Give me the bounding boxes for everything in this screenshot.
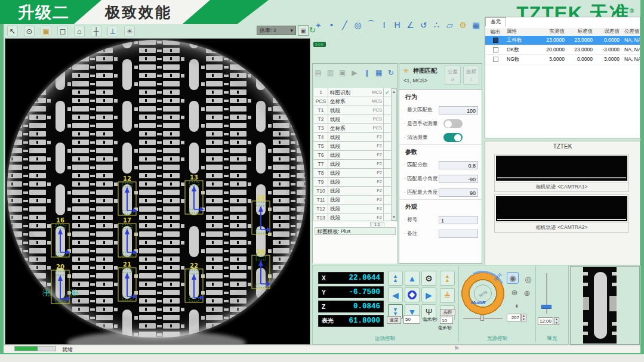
exposure-value-input[interactable]: 12.00 — [538, 317, 553, 325]
cursor-tool-icon[interactable]: ↖ — [7, 26, 18, 36]
refresh-icon[interactable]: ↻ — [387, 67, 395, 78]
report-grid-icon[interactable]: ▦ — [472, 20, 480, 30]
distance-tool-icon[interactable]: Ⅰ — [380, 20, 389, 30]
param-input[interactable]: 1 — [439, 216, 478, 224]
caliper-tool-icon[interactable]: ⊥ — [107, 26, 118, 36]
coaxial-light-icon[interactable]: ◎ — [522, 273, 534, 285]
param-input[interactable]: 100 — [439, 106, 478, 115]
magnification-dropdown[interactable]: 倍率: 2 ▾ — [257, 26, 296, 35]
step-row[interactable]: T11线段F2 — [314, 196, 391, 205]
ring-light-icon[interactable]: ◉ — [507, 272, 519, 284]
angle-tool-icon[interactable]: ∠ — [406, 20, 415, 30]
light-bulb-icon[interactable]: ☀ — [124, 26, 135, 36]
step-row[interactable]: T4线段F2 — [314, 133, 391, 142]
new-step-icon[interactable]: ▤ — [315, 67, 322, 78]
light-value-input[interactable]: 207 — [507, 314, 521, 321]
run-icon[interactable]: ▶ — [351, 67, 358, 78]
step-row[interactable]: T3坐标系PCS — [314, 124, 391, 133]
light-value-spinner[interactable]: ▲▼ — [521, 314, 526, 321]
plane-tool-icon[interactable]: ▱ — [445, 20, 454, 30]
crosshair-tool-icon[interactable]: ┼ — [91, 26, 101, 36]
status-ready-text: 就绪 — [62, 346, 73, 354]
param-input[interactable] — [439, 230, 478, 238]
results-cell: 23.0000 — [567, 45, 595, 54]
scroll-up-icon[interactable]: ▲ — [392, 89, 396, 95]
pause-icon[interactable]: ∥ — [363, 67, 370, 78]
step-cell: T12 — [314, 205, 328, 213]
step-row[interactable]: T10线段F2 — [314, 187, 391, 196]
step-cell — [383, 97, 391, 106]
scatter-tool-icon[interactable]: ∴ — [432, 20, 441, 30]
jog-up-button[interactable]: ▲ — [405, 271, 420, 286]
exposure-slider-handle[interactable] — [541, 305, 551, 309]
param-toggle[interactable] — [443, 119, 463, 128]
param-label: 标号 — [404, 216, 439, 224]
step-row[interactable]: T6线段F2 — [314, 151, 391, 160]
step-row[interactable]: T1线段PCS — [314, 106, 391, 115]
tab-primitives[interactable]: 基元 — [485, 17, 506, 26]
camera-viewport[interactable]: 121314161719202122 — [5, 38, 310, 345]
steps-scrollbar[interactable]: ▲ ▼ — [391, 88, 397, 221]
step-cell: ✓ — [383, 88, 391, 97]
speed-input[interactable]: 50 — [403, 315, 420, 324]
csys-tool-icon[interactable]: ⌖ — [314, 20, 323, 30]
gears-icon[interactable]: ⚙ — [458, 20, 467, 30]
curve-tool-icon[interactable]: ↺ — [419, 20, 428, 30]
stop-center-button[interactable] — [405, 287, 420, 302]
step-row[interactable]: 1样图识别MCS✓ — [314, 88, 391, 97]
step-row[interactable]: PCS坐标系MCS — [314, 97, 391, 106]
step-row[interactable]: T12线段F2 — [314, 205, 391, 214]
settings-gear-icon[interactable]: ⚙ — [421, 271, 436, 286]
output-checkbox[interactable] — [493, 38, 498, 43]
results-row[interactable]: 工件数23.000023.00000.0000NA, NA — [485, 36, 640, 45]
arc-tool-icon[interactable]: ⌒ — [366, 20, 375, 30]
param-toggle[interactable] — [443, 133, 463, 142]
segment-light-icon[interactable]: ⊕ — [521, 287, 533, 299]
step-row[interactable]: T7线段F2 — [314, 160, 391, 169]
step-cell — [383, 151, 391, 159]
fit-view-icon[interactable]: ◻ — [57, 26, 68, 36]
step-row[interactable]: T8线段F2 — [314, 169, 391, 178]
jog-up-fast-button[interactable]: ▲▲ — [388, 271, 403, 286]
output-checkbox[interactable] — [493, 47, 498, 52]
image-open-icon[interactable]: ▣ — [41, 26, 51, 36]
results-row[interactable]: NG数3.00000.00003.0000NA, NA — [485, 55, 640, 64]
step-cell: T8 — [314, 169, 328, 177]
jog-left-button[interactable]: ◀ — [388, 287, 403, 302]
line-tool-icon[interactable]: ╱ — [340, 20, 349, 30]
template-zoom-tab[interactable]: 1:1 — [370, 222, 384, 227]
step-row[interactable]: T2线段PCS — [314, 115, 391, 124]
scroll-down-icon[interactable]: ▼ — [392, 214, 396, 220]
point-tool-icon[interactable]: • — [327, 20, 336, 30]
grid-view-icon[interactable]: ▦ — [375, 67, 382, 78]
exposure-spinner[interactable]: ▲▼ — [554, 317, 559, 325]
pan-view-icon[interactable]: ⌂ — [74, 26, 85, 36]
light-slider-handle[interactable] — [480, 315, 484, 321]
step-distance-input[interactable]: 10 — [440, 317, 453, 324]
coordinate-button[interactable]: 坐标↕ — [463, 66, 479, 85]
template-name-bar[interactable]: 样图模板: Plus — [315, 227, 396, 235]
output-checkbox[interactable] — [493, 57, 498, 62]
width-tool-icon[interactable]: Η — [393, 20, 402, 30]
jog-right-button[interactable]: ▶ — [421, 287, 436, 302]
z-up-fast-button[interactable]: ▲▲ — [440, 271, 455, 286]
zoom-tool-icon[interactable]: ⊙ — [24, 26, 35, 36]
copy-step-icon[interactable]: ▥ — [326, 67, 334, 78]
speed-button[interactable]: 速度 — [387, 316, 401, 324]
results-row[interactable]: OK数20.000023.0000-3.0000NA, NA — [485, 45, 640, 55]
circle-tool-icon[interactable]: ◎ — [353, 20, 362, 30]
back-light-icon[interactable]: ◐ — [511, 299, 523, 311]
step-cell: T4 — [314, 133, 328, 141]
snapshot-button[interactable]: ▣ — [298, 25, 309, 36]
step-row[interactable]: T5线段F2 — [314, 142, 391, 151]
step-row[interactable]: T9线段F2 — [314, 178, 391, 187]
param-input[interactable]: -90 — [439, 175, 478, 183]
step-distance-button[interactable]: 步距 — [440, 309, 455, 315]
z-home-button[interactable]: ≜ — [440, 288, 455, 303]
tolerance-button[interactable]: 公差⌀ — [445, 66, 461, 85]
save-step-icon[interactable]: ▣ — [339, 67, 346, 78]
param-input[interactable]: 0.8 — [439, 161, 478, 169]
param-input[interactable]: 90 — [439, 188, 478, 197]
multi-ring-light-icon[interactable]: ⊛ — [509, 286, 520, 298]
svg-text:16: 16 — [56, 217, 64, 224]
